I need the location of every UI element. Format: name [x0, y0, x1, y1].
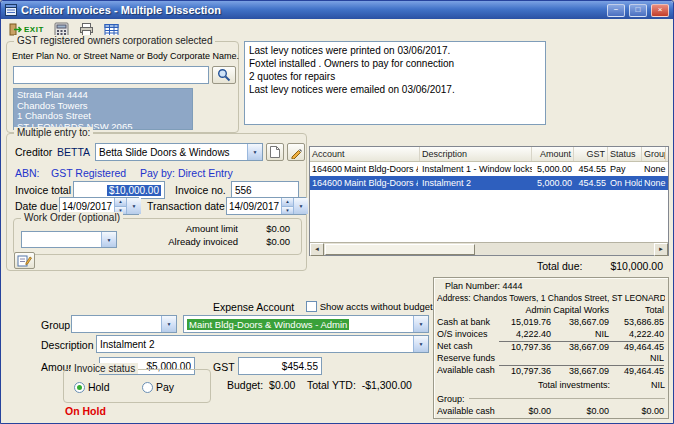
- transaction-date-spin-up-button[interactable]: ▲: [281, 198, 293, 206]
- scrollbar-thumb[interactable]: [325, 244, 475, 255]
- pencil-icon: [290, 146, 303, 159]
- edit-creditor-button[interactable]: [287, 143, 305, 161]
- col-account[interactable]: Account: [310, 147, 420, 161]
- hold-radio-label: Hold: [88, 381, 110, 393]
- cell-group: None: [642, 162, 666, 176]
- total-ytd-field: Total YTD: -$1,300.00: [307, 379, 412, 391]
- transaction-date-dropdown-button[interactable]: ▼: [293, 198, 308, 214]
- close-button[interactable]: ×: [651, 4, 669, 17]
- hold-radio-field: Hold: [74, 381, 110, 393]
- work-order-dropdown-button[interactable]: ▼: [101, 232, 116, 247]
- budget-field: Budget: $0.00: [227, 379, 295, 391]
- cell-account: 164600Maint Bldg-Doors & ...: [310, 176, 420, 190]
- already-invoiced-label: Already invoiced: [152, 236, 238, 247]
- invoice-status-legend: Invoice status: [71, 363, 138, 374]
- col-description[interactable]: Description: [420, 147, 532, 161]
- table-row-selected[interactable]: 164600Maint Bldg-Doors & ... Instalment …: [310, 176, 668, 190]
- plan-number: Plan Number: 4444: [437, 281, 665, 293]
- group-dropdown-button[interactable]: ▼: [161, 316, 176, 332]
- scroll-left-button[interactable]: ◄: [310, 243, 324, 256]
- gst-owners-legend: GST registered owners corporation select…: [14, 35, 215, 46]
- col-status[interactable]: Status: [608, 147, 642, 161]
- total-due-row: Total due: $10,000.00: [309, 260, 667, 272]
- col-amount[interactable]: Amount: [532, 147, 574, 161]
- minimize-icon: −: [614, 6, 619, 14]
- plan-summary-panel: Plan Number: 4444 Address: Chandos Tower…: [433, 277, 669, 419]
- total-due-value: $10,000.00: [610, 260, 663, 272]
- close-icon: ×: [658, 6, 663, 14]
- group-combo[interactable]: ▼: [71, 315, 177, 333]
- description-label: Description: [41, 339, 94, 351]
- cell-group: None: [642, 176, 666, 190]
- expense-account-label: Expense Account: [213, 301, 294, 313]
- col-gst[interactable]: GST: [574, 147, 608, 161]
- amount-limit-label: Amount limit: [152, 223, 238, 234]
- show-accts-label: Show accts without budget: [320, 301, 433, 312]
- plan-list-item[interactable]: 1 Chandos Street: [17, 111, 189, 122]
- cell-gst: 454.55: [574, 162, 608, 176]
- title-bar[interactable]: Creditor Invoices - Multiple Dissection …: [1, 1, 673, 19]
- plan-search-input[interactable]: [13, 66, 209, 84]
- grid-empty-area: [310, 190, 668, 242]
- group-divider: [469, 398, 665, 399]
- plan-group-available-cash-row: Available cash $0.00 $0.00 $0.00: [437, 405, 665, 417]
- minimize-button[interactable]: −: [607, 4, 625, 17]
- group-label: Group: [41, 319, 70, 331]
- plan-search-label: Enter Plan No. or Street Name or Body Co…: [12, 51, 239, 61]
- plan-group-label: Group:: [437, 394, 465, 404]
- plan-notes-textarea[interactable]: Last levy notices were printed on 03/06/…: [244, 41, 546, 125]
- status-badge: On Hold: [65, 405, 106, 417]
- maximize-button[interactable]: □: [629, 4, 647, 17]
- scroll-right-button[interactable]: ►: [654, 243, 668, 256]
- cell-status: Pay: [608, 162, 642, 176]
- expense-account-value: Maint Bldg-Doors & Windows - Admin: [187, 319, 349, 330]
- col-group[interactable]: Group: [642, 147, 666, 161]
- creditor-combo[interactable]: Betta Slide Doors & Windows ▼: [95, 143, 263, 161]
- invoice-total-value: $10,000.00: [107, 185, 161, 196]
- grid-horizontal-scrollbar[interactable]: ◄ ►: [310, 242, 668, 255]
- date-due-label: Date due: [15, 200, 58, 212]
- total-ytd-label: Total YTD:: [307, 379, 356, 391]
- expense-account-combo[interactable]: Maint Bldg-Doors & Windows - Admin ▼: [183, 315, 429, 333]
- total-investments-row: Total investments: NIL: [437, 378, 665, 391]
- show-accts-field: Show accts without budget: [306, 301, 433, 312]
- cell-description: Instalment 2: [420, 176, 532, 190]
- gst-input[interactable]: [238, 357, 322, 375]
- work-order-groupbox: Work Order (optional) ▼ Amount limit $0.…: [13, 218, 302, 255]
- new-creditor-button[interactable]: [266, 143, 284, 161]
- date-due-spin-up-button[interactable]: ▲: [114, 198, 126, 206]
- transaction-date-field[interactable]: 14/09/2017 ▲ ▼ ▼: [226, 197, 306, 215]
- transaction-date-spinner: ▲ ▼: [281, 198, 293, 214]
- work-order-combo[interactable]: ▼: [21, 231, 117, 248]
- total-ytd-value: -$1,300.00: [362, 379, 412, 391]
- budget-label: Budget:: [227, 379, 263, 391]
- plan-row-net-cash: Net cash 10,797.36 38,667.09 49,464.45: [437, 340, 665, 352]
- description-combo[interactable]: Instalment 2 ▼: [96, 335, 429, 353]
- pay-radio[interactable]: [142, 382, 153, 393]
- show-accts-checkbox[interactable]: [306, 301, 317, 312]
- multiple-entry-legend: Multiple entry to:: [14, 127, 93, 138]
- plan-search-button[interactable]: [212, 66, 236, 84]
- transaction-date-spin-down-button[interactable]: ▼: [281, 206, 293, 215]
- grid-header: Account Description Amount GST Status Gr…: [310, 147, 668, 162]
- cell-amount: 5,000.00: [532, 176, 574, 190]
- pencil-paper-icon: [17, 254, 32, 267]
- table-row[interactable]: 164600Maint Bldg-Doors & ... Instalment …: [310, 162, 668, 176]
- app-window: Creditor Invoices - Multiple Dissection …: [0, 0, 674, 424]
- plan-group-section-label: Group:: [437, 392, 665, 405]
- plan-table-header: Admin Capital Works Total: [437, 304, 665, 316]
- description-value: Instalment 2: [100, 339, 154, 350]
- total-investments-value: NIL: [610, 380, 665, 390]
- hold-radio[interactable]: [74, 382, 85, 393]
- plan-list-item[interactable]: Strata Plan 4444: [17, 90, 189, 101]
- invoice-status-groupbox: Invoice status Hold Pay: [63, 369, 211, 403]
- abn-label: ABN:: [15, 167, 40, 179]
- budget-value: $0.00: [269, 379, 295, 391]
- cell-amount: 5,000.00: [532, 162, 574, 176]
- dissection-notes-button[interactable]: [14, 252, 35, 269]
- description-dropdown-button[interactable]: ▼: [413, 336, 428, 352]
- creditor-dropdown-button[interactable]: ▼: [247, 144, 262, 160]
- expense-account-dropdown-button[interactable]: ▼: [413, 316, 428, 332]
- date-due-dropdown-button[interactable]: ▼: [126, 198, 141, 214]
- pay-by-label: Pay by: Direct Entry: [140, 167, 233, 179]
